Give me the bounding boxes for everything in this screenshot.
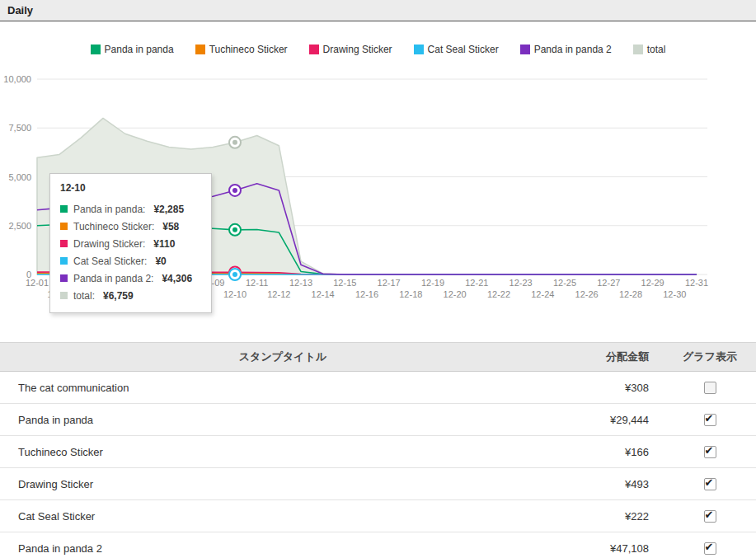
x-tick-label: 12-30 [663, 289, 686, 299]
tooltip-swatch-icon [60, 292, 68, 299]
x-tick-label: 12-01 [26, 278, 49, 288]
x-tick-label: 12-14 [312, 289, 335, 299]
tooltip-label: Tuchineco Sticker: [73, 221, 154, 232]
panda-in-panda-2-marker-dot-icon [232, 188, 237, 193]
tooltip-label: total: [73, 290, 95, 302]
legend-item-0[interactable]: Panda in panda [91, 44, 174, 55]
tooltip-label: Cat Seal Sticker: [73, 256, 147, 267]
legend-item-2[interactable]: Drawing Sticker [309, 44, 392, 55]
tooltip-label: Panda in panda: [73, 204, 145, 215]
x-tick-label: 12-10 [223, 289, 247, 299]
tooltip-row-4: Panda in panda 2:¥4,306 [60, 270, 201, 287]
tooltip-swatch-icon [60, 240, 68, 247]
x-tick-label: 12-28 [619, 289, 642, 299]
x-tick-label: 12-31 [685, 278, 708, 288]
graph-display-checkbox[interactable] [704, 510, 716, 523]
tooltip-row-1: Tuchineco Sticker:¥58 [60, 218, 201, 235]
y-tick-label: 5,000 [8, 172, 31, 182]
distribution-amount: ¥493 [566, 468, 664, 500]
legend-swatch-icon [414, 45, 424, 54]
graph-display-cell [664, 372, 756, 404]
legend-label: Panda in panda [105, 44, 174, 55]
tooltip-label: Drawing Sticker: [73, 238, 145, 250]
graph-display-checkbox[interactable] [704, 478, 716, 490]
table-row: Cat Seal Sticker¥222 [0, 500, 756, 532]
legend-label: total [647, 44, 666, 55]
legend-label: Cat Seal Sticker [428, 44, 499, 55]
distribution-amount: ¥308 [566, 372, 664, 404]
stamp-table-header-row: スタンプタイトル 分配金額 グラフ表示 [0, 343, 756, 372]
tooltip-row-5: total:¥6,759 [60, 287, 201, 304]
x-tick-label: 12-25 [553, 278, 576, 288]
graph-display-checkbox[interactable] [704, 446, 716, 458]
legend-swatch-icon [633, 45, 643, 54]
x-tick-label: 12-13 [289, 278, 312, 288]
graph-display-cell [664, 404, 756, 436]
x-tick-label: 12-12 [267, 289, 290, 299]
chart-tooltip: 12-10 Panda in panda:¥2,285Tuchineco Sti… [49, 173, 212, 313]
x-tick-label: 12-18 [399, 289, 422, 299]
cat-seal-sticker-marker-dot-icon [232, 272, 237, 277]
header-graph-display: グラフ表示 [664, 343, 756, 372]
x-tick-label: 12-19 [421, 278, 444, 288]
table-row: The cat communication¥308 [0, 372, 756, 404]
header-amount: 分配金額 [566, 343, 664, 372]
legend-item-4[interactable]: Panda in panda 2 [520, 44, 612, 55]
tooltip-swatch-icon [60, 223, 68, 230]
tooltip-row-0: Panda in panda:¥2,285 [60, 200, 201, 218]
graph-display-cell [664, 500, 756, 532]
distribution-amount: ¥29,444 [566, 404, 664, 436]
legend-item-3[interactable]: Cat Seal Sticker [414, 44, 499, 55]
tooltip-swatch-icon [60, 257, 68, 265]
x-tick-label: 12-21 [465, 278, 488, 288]
x-tick-label: 12-24 [531, 289, 554, 299]
graph-display-checkbox[interactable] [704, 382, 716, 394]
graph-display-cell [664, 468, 756, 500]
legend-item-5[interactable]: total [633, 44, 666, 55]
graph-display-checkbox[interactable] [704, 414, 716, 426]
chart-panel: Panda in pandaTuchineco StickerDrawing S… [0, 21, 756, 330]
x-tick-label: 12-29 [641, 278, 664, 288]
x-tick-label: 12-16 [355, 289, 378, 299]
legend-swatch-icon [91, 45, 101, 54]
tooltip-value: ¥58 [162, 221, 179, 232]
x-tick-label: 12-27 [597, 278, 620, 288]
panda-in-panda-marker-dot-icon [232, 227, 237, 232]
stamp-title: Tuchineco Sticker [0, 436, 566, 468]
distribution-amount: ¥47,108 [566, 532, 664, 558]
legend-item-1[interactable]: Tuchineco Sticker [195, 44, 288, 55]
tooltip-value: ¥4,306 [162, 273, 192, 284]
legend-swatch-icon [309, 45, 319, 54]
distribution-amount: ¥166 [566, 436, 664, 468]
chart-legend: Panda in pandaTuchineco StickerDrawing S… [0, 43, 756, 56]
tab-daily[interactable]: Daily [0, 4, 40, 16]
y-tick-label: 2,500 [8, 221, 31, 231]
top-bar: Daily [0, 0, 756, 21]
total-marker-dot-icon [232, 140, 237, 145]
graph-display-cell [664, 436, 756, 468]
stamp-table: スタンプタイトル 分配金額 グラフ表示 The cat communicatio… [0, 342, 756, 558]
stamp-title: Panda in panda [0, 404, 566, 436]
legend-label: Drawing Sticker [323, 44, 392, 55]
tooltip-date: 12-10 [60, 182, 201, 194]
x-tick-label: 12-23 [509, 278, 533, 288]
table-row: Panda in panda 2¥47,108 [0, 532, 756, 558]
legend-swatch-icon [195, 45, 205, 54]
graph-display-checkbox[interactable] [704, 542, 716, 555]
x-tick-label: 12-22 [487, 289, 510, 299]
header-stamp-title: スタンプタイトル [0, 343, 566, 372]
tooltip-row-3: Cat Seal Sticker:¥0 [60, 252, 201, 270]
stamp-title: The cat communication [0, 372, 566, 404]
x-tick-label: 12-20 [444, 289, 467, 299]
x-tick-label: 12-17 [378, 278, 401, 288]
tooltip-rows: Panda in panda:¥2,285Tuchineco Sticker:¥… [60, 200, 201, 304]
tooltip-swatch-icon [60, 274, 68, 282]
stamp-title: Drawing Sticker [0, 468, 566, 500]
tooltip-value: ¥2,285 [153, 204, 184, 215]
table-row: Tuchineco Sticker¥166 [0, 436, 756, 468]
x-tick-label: 12-15 [333, 278, 356, 288]
x-tick-label: 12-11 [246, 278, 268, 288]
legend-label: Panda in panda 2 [534, 44, 612, 55]
tooltip-value: ¥0 [155, 256, 166, 267]
tooltip-swatch-icon [60, 205, 68, 213]
